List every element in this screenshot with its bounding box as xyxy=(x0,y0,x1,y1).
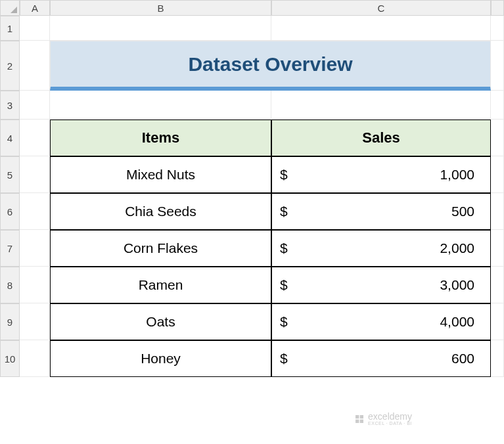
cell-a9[interactable] xyxy=(20,303,50,340)
row-header-7[interactable]: 7 xyxy=(0,230,20,267)
row-header-6[interactable]: 6 xyxy=(0,193,20,230)
row-header-8[interactable]: 8 xyxy=(0,267,20,303)
col-header-b[interactable]: B xyxy=(50,0,271,16)
table-row[interactable]: $ 4,000 xyxy=(271,303,491,340)
cell-d4[interactable] xyxy=(491,120,504,156)
table-header-items[interactable]: Items xyxy=(50,120,271,156)
table-row[interactable]: Oats xyxy=(50,303,271,340)
cell-a6[interactable] xyxy=(20,193,50,230)
cell-d10[interactable] xyxy=(491,340,504,377)
sales-value: 600 xyxy=(451,351,474,366)
row-header-4[interactable]: 4 xyxy=(0,120,20,156)
cell-d1[interactable] xyxy=(491,16,504,41)
watermark: exceldemy EXCEL · DATA · BI xyxy=(354,412,412,426)
row-header-10[interactable]: 10 xyxy=(0,340,20,377)
table-row[interactable]: Ramen xyxy=(50,267,271,303)
cell-a10[interactable] xyxy=(20,340,50,377)
currency-symbol: $ xyxy=(280,351,288,366)
cell-a5[interactable] xyxy=(20,156,50,193)
row-header-5[interactable]: 5 xyxy=(0,156,20,193)
spreadsheet-grid: A B C 1 2 Dataset Overview 3 4 Items Sal… xyxy=(0,0,504,414)
table-row[interactable]: Chia Seeds xyxy=(50,193,271,230)
table-row[interactable]: $ 3,000 xyxy=(271,267,491,303)
currency-symbol: $ xyxy=(280,167,288,183)
cell-d7[interactable] xyxy=(491,230,504,267)
cell-a4[interactable] xyxy=(20,120,50,156)
col-header-c[interactable]: C xyxy=(271,0,491,16)
table-row[interactable]: $ 1,000 xyxy=(271,156,491,193)
table-row[interactable]: Mixed Nuts xyxy=(50,156,271,193)
dataset-title[interactable]: Dataset Overview xyxy=(50,41,491,91)
cell-a2[interactable] xyxy=(20,41,50,91)
sales-value: 4,000 xyxy=(440,314,474,330)
col-header-next[interactable] xyxy=(491,0,504,16)
table-row[interactable]: $ 600 xyxy=(271,340,491,377)
currency-symbol: $ xyxy=(280,277,288,293)
row-header-9[interactable]: 9 xyxy=(0,303,20,340)
cell-c3[interactable] xyxy=(271,91,491,120)
col-header-a[interactable]: A xyxy=(20,0,50,16)
row-header-3[interactable]: 3 xyxy=(0,91,20,120)
cell-d8[interactable] xyxy=(491,267,504,303)
cell-a7[interactable] xyxy=(20,230,50,267)
cell-a3[interactable] xyxy=(20,91,50,120)
cell-d5[interactable] xyxy=(491,156,504,193)
sales-value: 3,000 xyxy=(440,277,474,293)
currency-symbol: $ xyxy=(280,240,288,256)
cell-d6[interactable] xyxy=(491,193,504,230)
cell-c1[interactable] xyxy=(271,16,491,41)
cell-b1[interactable] xyxy=(50,16,271,41)
select-all-corner[interactable] xyxy=(0,0,20,16)
cell-a8[interactable] xyxy=(20,267,50,303)
sales-value: 1,000 xyxy=(440,167,474,183)
cell-a1[interactable] xyxy=(20,16,50,41)
table-header-sales[interactable]: Sales xyxy=(271,120,491,156)
logo-icon xyxy=(354,414,365,424)
cell-d9[interactable] xyxy=(491,303,504,340)
currency-symbol: $ xyxy=(280,204,288,219)
currency-symbol: $ xyxy=(280,314,288,330)
sales-value: 500 xyxy=(451,204,474,219)
cell-d2[interactable] xyxy=(491,41,504,91)
table-row[interactable]: $ 2,000 xyxy=(271,230,491,267)
sales-value: 2,000 xyxy=(440,240,474,256)
table-row[interactable]: Honey xyxy=(50,340,271,377)
cell-b3[interactable] xyxy=(50,91,271,120)
row-header-1[interactable]: 1 xyxy=(0,16,20,41)
watermark-tagline: EXCEL · DATA · BI xyxy=(368,421,412,426)
row-header-2[interactable]: 2 xyxy=(0,41,20,91)
table-row[interactable]: Corn Flakes xyxy=(50,230,271,267)
cell-d3[interactable] xyxy=(491,91,504,120)
table-row[interactable]: $ 500 xyxy=(271,193,491,230)
